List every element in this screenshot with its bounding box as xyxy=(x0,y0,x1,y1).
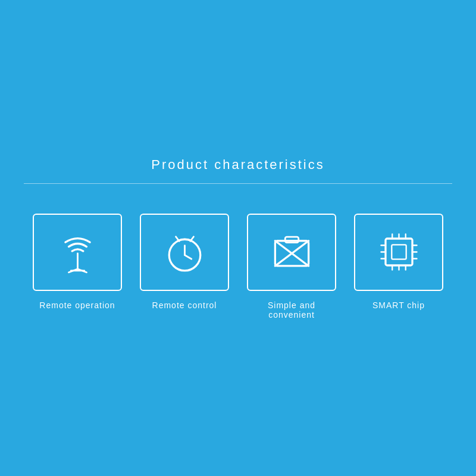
clock-icon xyxy=(162,228,207,276)
page-title: Product characteristics xyxy=(151,157,325,173)
antenna-icon xyxy=(55,228,100,276)
feature-label-remote-control: Remote control xyxy=(152,300,217,310)
feature-box-remote-operation xyxy=(33,214,122,291)
feature-box-smart-chip xyxy=(354,214,443,291)
title-section: Product characteristics xyxy=(151,157,325,173)
feature-label-smart-chip: SMART chip xyxy=(372,300,425,310)
feature-box-remote-control xyxy=(140,214,229,291)
svg-rect-10 xyxy=(285,237,299,242)
chip-icon xyxy=(377,230,421,274)
section-divider xyxy=(24,183,452,184)
feature-item-smart-chip: SMART chip xyxy=(351,214,446,310)
feature-item-simple: Simple and convenient xyxy=(244,214,339,320)
page-wrapper: Product characteristics xyxy=(0,0,476,476)
features-row: Remote operation xyxy=(18,214,458,320)
nocam-icon xyxy=(270,230,314,274)
feature-item-remote-control: Remote control xyxy=(137,214,232,310)
svg-line-6 xyxy=(184,255,191,259)
feature-item-remote-operation: Remote operation xyxy=(30,214,125,310)
svg-rect-13 xyxy=(386,239,412,265)
feature-label-simple: Simple and convenient xyxy=(244,300,339,320)
svg-rect-14 xyxy=(392,245,406,259)
feature-label-remote-operation: Remote operation xyxy=(39,300,115,310)
feature-box-simple xyxy=(247,214,336,291)
